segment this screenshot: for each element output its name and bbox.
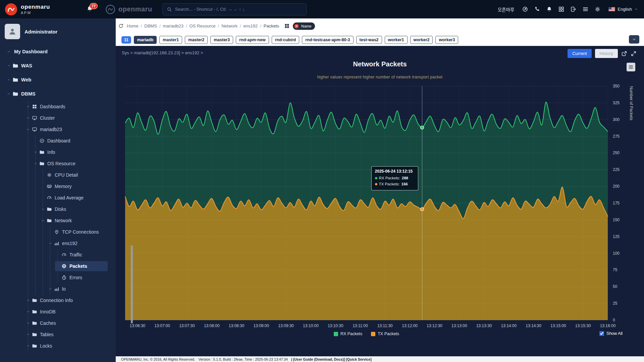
sidebar-item-os-resource[interactable]: OS Resource <box>33 158 116 169</box>
tag-mariadb[interactable]: mariadb <box>134 36 157 44</box>
sidebar-item-locks[interactable]: Locks <box>25 340 116 352</box>
scrollbar-thumb[interactable] <box>131 245 133 323</box>
menu-button[interactable] <box>582 6 589 12</box>
sidebar-item-was[interactable]: WAS <box>0 59 116 73</box>
name-filter-chip[interactable]: Name <box>293 22 315 30</box>
legend-rx-packets[interactable]: RX Packets <box>334 331 362 336</box>
show-all-toggle[interactable]: Show All <box>599 331 623 336</box>
sidebar-item-innodb[interactable]: InnoDB <box>25 306 116 317</box>
sidebar-item-ens192[interactable]: ens192 <box>48 238 116 249</box>
support-button[interactable] <box>522 6 528 12</box>
sidebar-item-errors[interactable]: Errors <box>55 272 116 283</box>
phone-button[interactable] <box>534 6 540 12</box>
chevron-down-icon[interactable] <box>25 298 31 302</box>
breadcrumb-network[interactable]: Network <box>221 23 237 28</box>
chevron-up-icon[interactable] <box>40 207 46 211</box>
network-packets-chart[interactable] <box>125 86 608 320</box>
sidebar-item-lo[interactable]: lo <box>48 283 116 295</box>
name-filter-label: Name <box>301 24 312 28</box>
breadcrumb-dbms[interactable]: DBMS <box>144 23 157 28</box>
sidebar-item-my-dashboard[interactable]: My Dashboard <box>0 45 116 59</box>
chevron-up-icon[interactable] <box>33 162 38 166</box>
chart-menu-button[interactable] <box>627 63 635 71</box>
sidebar-item-connection-info[interactable]: Connection Info <box>25 295 116 306</box>
chevron-up-icon[interactable] <box>6 92 11 96</box>
sidebar-item-caches[interactable]: Caches <box>25 317 116 329</box>
sidebar-item-dbms[interactable]: DBMS <box>0 87 116 101</box>
folder-icon <box>12 91 18 97</box>
legend-tx-packets[interactable]: TX Packets <box>371 331 399 336</box>
tag-rnd-cubird[interactable]: rnd-cubird <box>272 36 300 44</box>
show-all-checkbox[interactable] <box>599 331 604 336</box>
sidebar-item-disks[interactable]: Disks <box>40 203 116 215</box>
breadcrumb-os-resource[interactable]: OS Resource <box>190 23 216 28</box>
current-button[interactable]: Current <box>568 49 591 58</box>
tag-worker3[interactable]: worker3 <box>435 36 458 44</box>
chevron-down-icon[interactable] <box>25 333 31 337</box>
chevron-up-icon[interactable] <box>6 78 11 82</box>
notifications-button[interactable]: 77 <box>86 5 93 13</box>
breadcrumb-separator: / <box>141 23 142 28</box>
global-search[interactable] <box>162 3 307 15</box>
y-tick-label: 100 <box>613 251 620 256</box>
chevron-down-icon[interactable] <box>25 105 31 109</box>
y-axis-title: Number of Packets <box>629 86 634 320</box>
sidebar-item-network[interactable]: Network <box>40 215 116 226</box>
sidebar-item-mariadb23[interactable]: mariadb23 <box>25 124 116 135</box>
sidebar-item-tcp-connections[interactable]: TCP Connections <box>48 226 116 238</box>
sidebar-item-cluster[interactable]: Cluster <box>25 112 116 124</box>
remove-filter-icon[interactable] <box>294 23 299 29</box>
chevron-up-icon[interactable] <box>25 127 31 131</box>
language-selector[interactable]: English <box>608 7 638 12</box>
tag-test-was2[interactable]: test-was2 <box>356 36 382 44</box>
user-name[interactable]: 오픈마루 <box>498 6 515 13</box>
sidebar-item-web[interactable]: Web <box>0 73 116 87</box>
sidebar-item-packets[interactable]: Packets <box>55 261 108 271</box>
footer-links[interactable]: | [User Guide (Download, Docs)] [Quick S… <box>291 357 372 361</box>
user-block[interactable]: Administrator <box>0 18 116 45</box>
tag-rnd-testcase-apm-80-3[interactable]: rnd-testcase-apm-80-3 <box>302 36 353 44</box>
tag-master1[interactable]: master1 <box>159 36 182 44</box>
tags-dropdown-button[interactable] <box>629 35 639 44</box>
tag-master2[interactable]: master2 <box>185 36 208 44</box>
breadcrumb-home[interactable]: Home <box>127 23 139 28</box>
tag-master3[interactable]: master3 <box>210 36 233 44</box>
chevron-down-icon[interactable] <box>25 321 31 325</box>
chevron-down-icon[interactable] <box>25 116 31 120</box>
grid-view-button[interactable] <box>284 23 290 29</box>
chevron-up-icon[interactable] <box>6 64 11 68</box>
fullscreen-button[interactable] <box>631 51 637 57</box>
open-new-window-button[interactable] <box>621 51 627 57</box>
tag-worker2[interactable]: worker2 <box>410 36 433 44</box>
sidebar-item-tables[interactable]: Tables <box>25 329 116 340</box>
gear-button[interactable] <box>594 6 601 12</box>
chevron-down-icon[interactable] <box>25 344 31 348</box>
sidebar-item-dashboards[interactable]: Dashboards <box>25 101 116 112</box>
system-path[interactable]: Sys > mariadb[192.168.23.23] > ens192 > <box>122 50 203 55</box>
chevron-down-icon[interactable] <box>6 50 11 54</box>
sidebar-item-load-average[interactable]: Load Average <box>40 192 116 203</box>
chevron-down-icon[interactable] <box>48 287 53 291</box>
chevron-down-icon[interactable] <box>33 150 38 154</box>
chevron-up-icon[interactable] <box>40 219 46 223</box>
history-button[interactable]: History <box>595 49 618 58</box>
tag-rnd-apm-new[interactable]: rnd-apm-new <box>236 36 269 44</box>
chevron-down-icon[interactable] <box>25 310 31 314</box>
sidebar-item-dashboard[interactable]: Dashboard <box>33 135 116 146</box>
bell-button[interactable] <box>546 6 552 12</box>
logout-button[interactable] <box>570 6 577 12</box>
chevron-up-icon[interactable] <box>48 241 53 245</box>
sidebar-item-cpu-detail[interactable]: CPU Detail <box>40 169 116 181</box>
sidebar-item-info[interactable]: Info <box>33 146 116 158</box>
breadcrumb-ens192[interactable]: ens192 <box>244 23 258 28</box>
refresh-button[interactable] <box>118 23 124 29</box>
sidebar-item-memory[interactable]: Memory <box>40 181 116 192</box>
footer-version: Version : 5.1.0, Build : 2feae, Time : 2… <box>199 357 288 361</box>
search-input[interactable] <box>175 7 302 12</box>
apps-button[interactable] <box>558 6 565 12</box>
sidebar-item-traffic[interactable]: Traffic <box>55 249 116 260</box>
breadcrumb-mariadb23[interactable]: mariadb23 <box>163 23 183 28</box>
brand[interactable]: openmaru APM <box>0 3 50 16</box>
tag-worker1[interactable]: worker1 <box>385 36 408 44</box>
breadcrumb-packets[interactable]: Packets <box>264 23 279 28</box>
